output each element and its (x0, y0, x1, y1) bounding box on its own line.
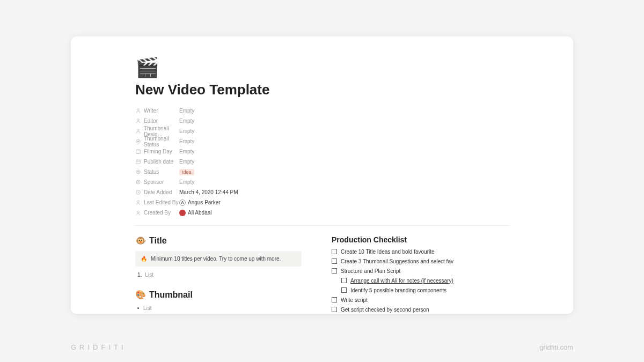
checklist: Create 10 Title Ideas and bold favourite… (332, 248, 509, 314)
calendar-icon (135, 159, 141, 165)
svg-point-13 (137, 211, 140, 213)
property-value[interactable]: Ali Abdaal (179, 210, 211, 216)
clock-icon (135, 189, 141, 195)
page-content: 🎬 New Video Template WriterEmptyEditorEm… (71, 36, 573, 314)
property-label-text: Last Edited By (144, 200, 178, 205)
properties-list: WriterEmptyEditorEmptyThumbnail Desig…Em… (135, 106, 509, 218)
title-callout[interactable]: 🔥 Minimum 10 titles per video. Try to co… (135, 251, 302, 267)
property-row[interactable]: Last Edited ByAAngus Parker (135, 197, 509, 208)
property-row[interactable]: WriterEmpty (135, 106, 509, 116)
property-row[interactable]: Thumbnail Desig…Empty (135, 126, 509, 136)
property-label-text: Thumbnail Status (144, 136, 179, 147)
person-icon (135, 108, 141, 114)
checkbox[interactable] (332, 307, 337, 312)
fire-emoji-icon: 🔥 (141, 256, 147, 262)
property-label-text: Publish date (144, 159, 173, 165)
property-value[interactable]: March 4, 2020 12:44 PM (179, 189, 238, 195)
property-label-text: Date Added (144, 189, 172, 195)
svg-point-4 (137, 141, 138, 142)
property-value[interactable]: Empty (179, 128, 194, 134)
property-label: Sponsor (135, 179, 179, 185)
numbered-list-item[interactable]: 1. List (135, 272, 302, 278)
svg-point-12 (137, 201, 140, 203)
checkbox[interactable] (332, 297, 337, 302)
palette-emoji-icon: 🎨 (135, 290, 146, 300)
checkbox[interactable] (332, 249, 337, 254)
property-row[interactable]: SponsorEmpty (135, 177, 509, 187)
bullet-placeholder: List (143, 305, 152, 311)
property-row[interactable]: EditorEmpty (135, 116, 509, 126)
checkbox[interactable] (332, 258, 337, 264)
footer-url: gridfiti.com (539, 343, 573, 351)
svg-point-8 (137, 171, 138, 172)
property-label: Filming Day (135, 149, 179, 154)
property-label-text: Editor (144, 118, 158, 124)
property-row[interactable]: Created ByAli Abdaal (135, 208, 509, 218)
callout-text: Minimum 10 titles per video. Try to come… (151, 256, 281, 262)
footer-brand: GRIDFITI (71, 343, 127, 351)
svg-rect-5 (136, 150, 141, 153)
property-value[interactable]: Empty (179, 138, 194, 144)
property-label-text: Status (144, 169, 159, 175)
page-title[interactable]: New Video Template (135, 82, 509, 98)
property-label: Thumbnail Status (135, 136, 179, 147)
bullet-icon (137, 307, 139, 309)
monkey-emoji-icon: 🐵 (135, 235, 146, 246)
property-value[interactable]: Empty (179, 118, 194, 124)
property-label: Status (135, 169, 179, 175)
checkbox[interactable] (341, 287, 347, 293)
checklist-item[interactable]: Arrange call with Ali for notes (if nece… (341, 277, 509, 284)
property-value[interactable]: Empty (179, 179, 194, 185)
property-label-text: Created By (144, 210, 171, 216)
property-label: Last Edited By (135, 200, 179, 205)
property-label: Publish date (135, 159, 179, 165)
checklist-item-text: Create 3 Thumbnail Suggestions and selec… (341, 258, 453, 265)
person-name: Ali Abdaal (188, 210, 211, 216)
person-icon (135, 118, 141, 124)
property-value[interactable]: AAngus Parker (179, 200, 221, 206)
thumbnail-section-heading[interactable]: 🎨 Thumbnail (135, 290, 302, 300)
avatar (179, 210, 186, 216)
property-row[interactable]: StatusIdea (135, 167, 509, 177)
checklist-item-text: Write script (341, 297, 368, 304)
property-value[interactable]: Empty (179, 108, 194, 114)
avatar: A (179, 200, 186, 206)
status-tag: Idea (179, 169, 194, 175)
checklist-item[interactable]: Structure and Plan Script (332, 268, 509, 275)
property-row[interactable]: Thumbnail StatusEmpty (135, 136, 509, 146)
checklist-item[interactable]: Create 10 Title Ideas and bold favourite (332, 248, 509, 255)
thumbnail-heading-text: Thumbnail (149, 290, 193, 300)
svg-point-10 (137, 181, 138, 182)
property-row[interactable]: Date AddedMarch 4, 2020 12:44 PM (135, 187, 509, 197)
person-name: Angus Parker (188, 200, 221, 205)
title-section-heading[interactable]: 🐵 Title (135, 235, 302, 246)
checklist-item[interactable]: Identify 5 possible branding components (341, 287, 509, 294)
checklist-item-text: Arrange call with Ali for notes (if nece… (350, 277, 453, 284)
page-card: 🎬 New Video Template WriterEmptyEditorEm… (71, 36, 573, 314)
checklist-item[interactable]: Create 3 Thumbnail Suggestions and selec… (332, 258, 509, 265)
property-label: Created By (135, 210, 179, 216)
right-column: Production Checklist Create 10 Title Ide… (332, 235, 509, 314)
user-icon (135, 210, 141, 216)
page-icon[interactable]: 🎬 (135, 58, 509, 77)
property-label-text: Filming Day (144, 149, 172, 154)
property-value[interactable]: Empty (179, 149, 194, 154)
property-value[interactable]: Empty (179, 159, 194, 165)
bullet-list-item[interactable]: List (135, 305, 302, 311)
user-icon (135, 200, 141, 205)
property-row[interactable]: Publish dateEmpty (135, 157, 509, 167)
list-placeholder: List (145, 272, 153, 278)
list-number: 1. (137, 272, 142, 278)
property-label-text: Sponsor (144, 179, 164, 185)
svg-rect-6 (136, 160, 141, 164)
checklist-item[interactable]: Get script checked by second person (332, 306, 509, 313)
checklist-item[interactable]: Write script (332, 297, 509, 304)
checkbox[interactable] (341, 278, 347, 283)
property-row[interactable]: Filming DayEmpty (135, 146, 509, 157)
checkbox[interactable] (332, 268, 337, 274)
property-value[interactable]: Idea (179, 169, 194, 175)
checklist-item-text: Identify 5 possible branding components (350, 287, 447, 294)
divider (135, 225, 509, 226)
checklist-heading[interactable]: Production Checklist (332, 235, 509, 244)
property-label: Date Added (135, 189, 179, 195)
